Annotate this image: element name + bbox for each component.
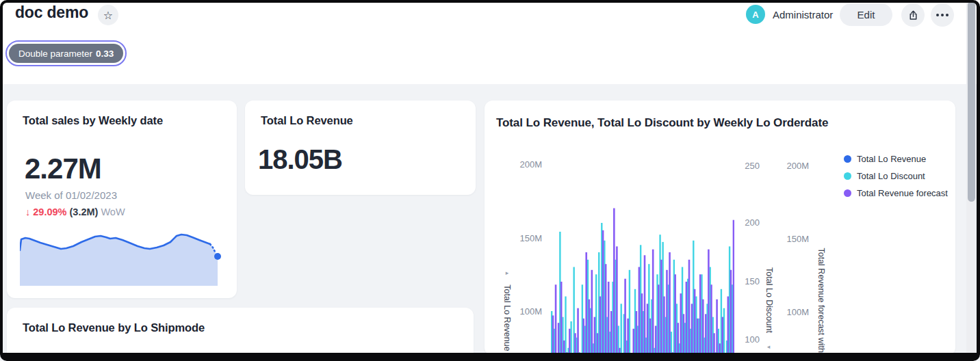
axis-tick: 100M bbox=[519, 306, 542, 317]
sales-sparkline-chart[interactable] bbox=[20, 232, 225, 291]
axis-pointer-left-icon: ◂ bbox=[767, 343, 771, 350]
axis-tick: 200M bbox=[519, 159, 542, 170]
change-delta: (3.2M) bbox=[70, 206, 99, 217]
legend-label: Total Lo Revenue bbox=[857, 154, 926, 164]
card-total-sales: Total sales by Weekly date 2.27M Week of… bbox=[7, 101, 237, 298]
axis-tick: 100M bbox=[786, 307, 809, 317]
legend-item-total-revenue-forecast[interactable]: Total Revenue forecast bbox=[844, 188, 948, 198]
axis-pointer-right-icon: ▸ bbox=[506, 269, 509, 276]
middle-axis-title: Total Lo Discount bbox=[764, 267, 774, 333]
legend-label: Total Lo Discount bbox=[857, 171, 925, 181]
chart-legend: Total Lo Revenue Total Lo Discount Total… bbox=[844, 154, 948, 198]
combo-right-axis-ticks: 200M 150M 100M bbox=[768, 101, 809, 356]
card-total-lo-revenue: Total Lo Revenue 18.05B bbox=[245, 101, 476, 195]
kpi-subtitle: Week of 01/02/2023 bbox=[25, 189, 117, 201]
user-name-label: Administrator bbox=[773, 9, 833, 21]
kpi-value: 18.05B bbox=[258, 144, 342, 175]
legend-label: Total Revenue forecast bbox=[857, 188, 948, 198]
legend-dot-icon bbox=[844, 155, 851, 163]
avatar-initial: A bbox=[752, 10, 758, 20]
avatar[interactable]: A bbox=[746, 5, 765, 24]
kpi-value: 2.27M bbox=[25, 152, 101, 185]
axis-tick: 150 bbox=[745, 276, 760, 286]
parameter-chip[interactable]: Double parameter 0.33 bbox=[5, 40, 127, 66]
card-title: Total Lo Revenue by Lo Shipmode bbox=[23, 321, 205, 334]
card-combo-chart: Total Lo Revenue, Total Lo Discount by W… bbox=[485, 101, 955, 356]
axis-tick: 100 bbox=[745, 334, 760, 345]
axis-tick: 250 bbox=[745, 161, 760, 171]
card-title: Total Lo Revenue bbox=[261, 114, 353, 127]
header: doc demo ☆ A Administrator Edit Double p… bbox=[0, 0, 980, 84]
favorite-button[interactable]: ☆ bbox=[98, 5, 118, 25]
kpi-change: ↓ 29.09% (3.2M) WoW bbox=[25, 206, 125, 217]
edit-button[interactable]: Edit bbox=[840, 3, 892, 26]
ellipsis-icon bbox=[936, 14, 949, 16]
axis-tick: 150M bbox=[786, 234, 809, 244]
page-title: doc demo bbox=[15, 3, 88, 22]
card-shipmode-chart: Total Lo Revenue by Lo Shipmode bbox=[7, 308, 474, 361]
left-axis-title: Total Lo Revenue bbox=[502, 284, 512, 351]
change-period: WoW bbox=[101, 206, 125, 217]
share-button[interactable] bbox=[901, 3, 925, 27]
combo-chart-plot-area[interactable] bbox=[551, 138, 734, 356]
sales-sparkline-svg bbox=[20, 232, 225, 291]
legend-item-total-lo-revenue[interactable]: Total Lo Revenue bbox=[844, 154, 948, 164]
parameter-chip-value: 0.33 bbox=[96, 49, 114, 59]
legend-dot-icon bbox=[844, 172, 851, 180]
down-arrow-icon: ↓ bbox=[25, 206, 30, 217]
change-percent: 29.09% bbox=[33, 206, 66, 217]
combo-bars-svg bbox=[551, 138, 734, 356]
share-icon bbox=[907, 10, 919, 21]
star-icon: ☆ bbox=[103, 9, 113, 22]
axis-tick: 200M bbox=[786, 161, 809, 171]
parameter-chip-label: Double parameter bbox=[18, 49, 92, 59]
legend-dot-icon bbox=[844, 189, 851, 197]
legend-item-total-lo-discount[interactable]: Total Lo Discount bbox=[844, 171, 948, 181]
card-title: Total sales by Weekly date bbox=[23, 114, 163, 127]
axis-tick: 150M bbox=[519, 233, 542, 243]
scrollbar-thumb[interactable] bbox=[968, 1, 975, 202]
right-axis-title: Total Revenue forecast with dis bbox=[816, 248, 826, 356]
more-menu-button[interactable] bbox=[931, 3, 954, 27]
axis-tick: 200 bbox=[745, 217, 760, 228]
